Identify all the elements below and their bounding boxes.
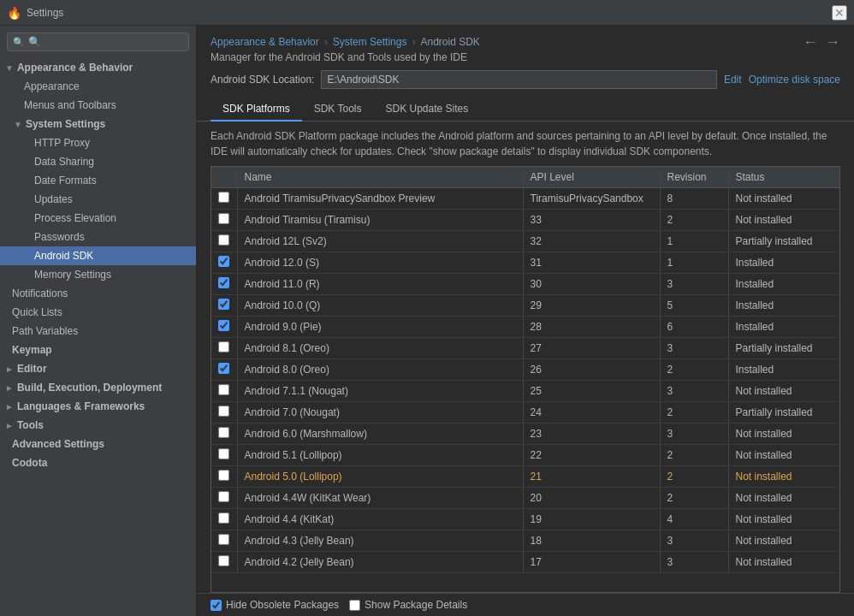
row-checkbox[interactable] (218, 299, 229, 310)
sdk-location-input[interactable] (321, 70, 717, 89)
row-checkbox[interactable] (218, 448, 229, 459)
sidebar-item-process-elevation[interactable]: Process Elevation (0, 209, 196, 228)
sidebar-item-quick-lists[interactable]: Quick Lists (0, 303, 196, 322)
sidebar-item-android-sdk[interactable]: Android SDK (0, 246, 196, 265)
row-checkbox[interactable] (218, 256, 229, 267)
sidebar-item-build-execution[interactable]: ► Build, Execution, Deployment (0, 378, 196, 397)
row-name: Android 5.1 (Lollipop) (237, 445, 523, 466)
sidebar-section-label: Tools (17, 419, 44, 431)
row-checkbox-cell[interactable] (211, 509, 237, 530)
sidebar-item-appearance-behavior[interactable]: ▼ Appearance & Behavior (0, 58, 196, 77)
row-checkbox[interactable] (218, 427, 229, 438)
sidebar-item-system-settings[interactable]: ▼ System Settings (0, 115, 196, 133)
sidebar-item-updates[interactable]: Updates (0, 190, 196, 209)
row-api-level: 30 (523, 274, 660, 295)
close-button[interactable]: ✕ (832, 5, 847, 21)
sidebar-item-label: Appearance (24, 80, 80, 92)
sidebar-item-http-proxy[interactable]: HTTP Proxy (0, 133, 196, 152)
row-revision: 5 (660, 295, 728, 317)
sidebar-item-label: Updates (34, 193, 73, 205)
row-checkbox-cell[interactable] (211, 274, 237, 295)
sidebar-item-advanced-settings[interactable]: Advanced Settings (0, 435, 196, 453)
row-checkbox-cell[interactable] (211, 381, 237, 402)
sidebar-item-notifications[interactable]: Notifications (0, 284, 196, 303)
sidebar-item-date-formats[interactable]: Date Formats (0, 171, 196, 190)
sidebar-item-label: Keymap (12, 344, 52, 356)
row-checkbox-cell[interactable] (211, 552, 237, 573)
tab-sdk-tools[interactable]: SDK Tools (302, 98, 374, 121)
row-checkbox[interactable] (218, 341, 229, 352)
tab-sdk-platforms[interactable]: SDK Platforms (211, 98, 302, 121)
row-name: Android 11.0 (R) (237, 274, 523, 295)
sidebar-item-menus-toolbars[interactable]: Menus and Toolbars (0, 96, 196, 115)
row-checkbox[interactable] (218, 192, 229, 203)
hide-obsolete-checkbox[interactable] (211, 600, 222, 611)
sidebar-item-data-sharing[interactable]: Data Sharing (0, 152, 196, 171)
row-checkbox-cell[interactable] (211, 210, 237, 231)
sdk-table-container[interactable]: Name API Level Revision Status Android T… (211, 166, 840, 593)
row-checkbox-cell[interactable] (211, 252, 237, 274)
sidebar-item-appearance[interactable]: Appearance (0, 77, 196, 96)
row-checkbox-cell[interactable] (211, 402, 237, 424)
sidebar-item-editor[interactable]: ► Editor (0, 359, 196, 378)
show-package-details-label[interactable]: Show Package Details (349, 599, 467, 611)
row-checkbox-cell[interactable] (211, 188, 237, 210)
sidebar-item-keymap[interactable]: Keymap (0, 341, 196, 359)
row-status: Not installed (728, 188, 839, 210)
row-api-level: 33 (523, 210, 660, 231)
row-checkbox-cell[interactable] (211, 488, 237, 509)
row-checkbox-cell[interactable] (211, 317, 237, 338)
table-row: Android 4.4W (KitKat Wear) 20 2 Not inst… (211, 488, 839, 509)
row-checkbox[interactable] (218, 320, 229, 331)
row-status: Installed (728, 274, 839, 295)
row-checkbox[interactable] (218, 213, 229, 224)
row-checkbox-cell[interactable] (211, 466, 237, 488)
sidebar-item-label: Advanced Settings (12, 438, 104, 450)
row-checkbox[interactable] (218, 234, 229, 246)
row-api-level: 29 (523, 295, 660, 317)
row-api-level: 18 (523, 530, 660, 552)
row-checkbox-cell[interactable] (211, 295, 237, 317)
sidebar-item-memory-settings[interactable]: Memory Settings (0, 265, 196, 284)
row-checkbox[interactable] (218, 534, 229, 545)
sdk-optimize-button[interactable]: Optimize disk space (749, 74, 840, 86)
search-input[interactable] (28, 36, 183, 48)
row-checkbox[interactable] (218, 406, 229, 417)
forward-button[interactable]: → (825, 34, 840, 50)
row-checkbox-cell[interactable] (211, 424, 237, 445)
show-package-details-checkbox[interactable] (349, 600, 360, 611)
breadcrumb-part-2: System Settings (333, 36, 407, 48)
row-checkbox-cell[interactable] (211, 445, 237, 466)
row-checkbox-cell[interactable] (211, 231, 237, 252)
row-status: Installed (728, 359, 839, 381)
sidebar-section-label: Editor (17, 363, 47, 375)
row-checkbox[interactable] (218, 363, 229, 374)
row-checkbox[interactable] (218, 277, 229, 288)
col-revision: Revision (660, 167, 728, 188)
sdk-edit-button[interactable]: Edit (724, 74, 742, 86)
row-checkbox-cell[interactable] (211, 359, 237, 381)
sidebar-item-languages-frameworks[interactable]: ► Languages & Frameworks (0, 397, 196, 416)
col-api-level: API Level (523, 167, 660, 188)
sidebar-item-path-variables[interactable]: Path Variables (0, 322, 196, 341)
row-name: Android 6.0 (Marshmallow) (237, 424, 523, 445)
row-name: Android 7.1.1 (Nougat) (237, 381, 523, 402)
row-checkbox[interactable] (218, 470, 229, 481)
tab-sdk-update-sites[interactable]: SDK Update Sites (374, 98, 481, 121)
row-checkbox[interactable] (218, 491, 229, 502)
hide-obsolete-label[interactable]: Hide Obsolete Packages (211, 599, 339, 611)
row-checkbox-cell[interactable] (211, 530, 237, 552)
breadcrumb-part-1: Appearance & Behavior (211, 36, 319, 48)
row-checkbox-cell[interactable] (211, 338, 237, 359)
back-button[interactable]: ← (803, 34, 818, 50)
row-checkbox[interactable] (218, 384, 229, 395)
sidebar-item-tools[interactable]: ► Tools (0, 416, 196, 435)
sidebar-item-passwords[interactable]: Passwords (0, 228, 196, 246)
row-checkbox[interactable] (218, 512, 229, 524)
table-row: Android 7.1.1 (Nougat) 25 3 Not installe… (211, 381, 839, 402)
page-description: Manager for the Android SDK and Tools us… (211, 51, 840, 63)
table-row: Android Tiramisu (Tiramisu) 33 2 Not ins… (211, 210, 839, 231)
sidebar-item-codota[interactable]: Codota (0, 453, 196, 472)
row-checkbox[interactable] (218, 555, 229, 566)
search-box[interactable]: 🔍 (7, 33, 189, 51)
